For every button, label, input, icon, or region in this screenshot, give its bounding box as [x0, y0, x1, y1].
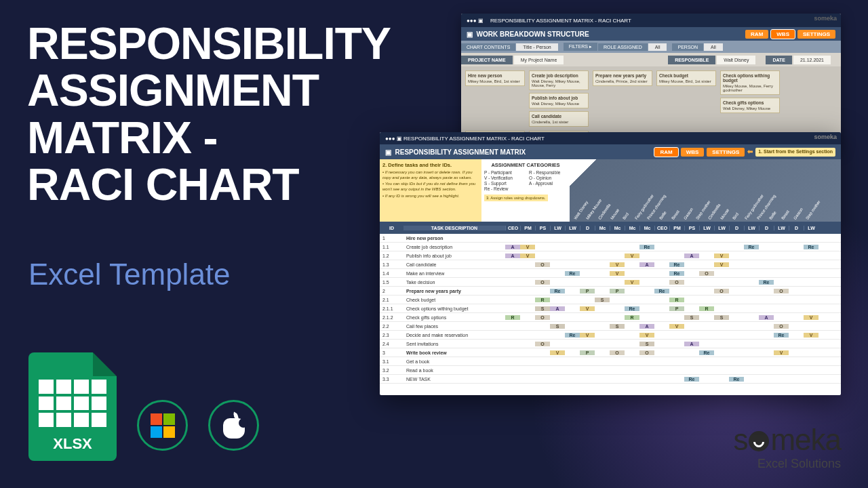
wbs-card[interactable]: Hire new personMikey Mouse, Bird, 1st si…	[465, 70, 525, 86]
diagonal-header: Walt DisneyMikey MouseCinderellaMouseBir…	[570, 159, 841, 222]
table-row[interactable]: 2Prepare new years partyRePPReOO	[380, 287, 841, 296]
table-row[interactable]: 1.1Create job descriptionAVReReRe	[380, 243, 841, 251]
filter-row: CHART CONTENTSTitle - Person FILTERS ▸ R…	[461, 41, 841, 53]
ram-header-row: ID TASK DESCRIPTION CEOPMPSLWLWDMcMcMcMc…	[380, 222, 841, 234]
table-row[interactable]: 1.4Make an interviewReVReO	[380, 269, 841, 278]
table-row[interactable]: 1.5Take decisionOVORe	[380, 278, 841, 287]
ram-screenshot: ●●● ▣ RESPONSIBILITY ASSIGNMENT MATRIX -…	[380, 132, 841, 395]
contents-dropdown[interactable]: Title - Person	[516, 43, 557, 51]
person-dropdown[interactable]: All	[704, 43, 723, 51]
wbs-card[interactable]: Publish info about jobWalt Disney, Mikey…	[529, 93, 589, 108]
wbs-card[interactable]: Prepare new years partyCinderella, Princ…	[593, 70, 652, 86]
role-dropdown[interactable]: All	[648, 43, 667, 51]
xlsx-file-icon: XLSX	[28, 352, 117, 461]
subtitle: Excel Template	[28, 258, 231, 291]
wbs-button[interactable]: WBS	[681, 148, 705, 157]
table-row[interactable]: 1Hire new person	[380, 234, 841, 243]
table-row[interactable]: 2.2Call few placesSSAVO	[380, 322, 841, 331]
table-row[interactable]: 1.2Publish info about jobAVVAV	[380, 251, 841, 260]
windows-icon	[137, 400, 188, 451]
settings-button[interactable]: SETTINGS	[707, 148, 745, 157]
wbs-card[interactable]: Check budgetMikey Mouse, Bird, 1st siste…	[656, 70, 716, 86]
apple-icon	[208, 400, 259, 451]
table-row[interactable]: 2.1.1Check options withing budgetSAVRePR	[380, 304, 841, 313]
table-row[interactable]: 3Write book reviewVPOOReV	[380, 348, 841, 357]
wbs-card[interactable]: Create job descriptionWalt Disney, Mikey…	[529, 70, 589, 90]
table-row[interactable]: 2.1Check budgetRSR	[380, 296, 841, 304]
wbs-card[interactable]: Check gifts optionsWalt Disney, Mikey Mo…	[720, 98, 780, 113]
ram-button[interactable]: RAM	[654, 148, 677, 157]
brand-logo: smeka Excel Solutions	[733, 423, 841, 471]
table-row[interactable]: 3.2Read a book	[380, 366, 841, 375]
wbs-card[interactable]: Check options withing budgetMikey Mouse,…	[720, 70, 780, 95]
wbs-button[interactable]: WBS	[771, 30, 795, 39]
ram-button[interactable]: RAM	[745, 30, 768, 39]
table-row[interactable]: 1.3Call candidateOVAReV	[380, 260, 841, 269]
table-row[interactable]: 3.3NEW TASKReRe	[380, 375, 841, 384]
wbs-screenshot: ●●● ▣ RESPONSIBILITY ASSIGNMENT MATRIX -…	[461, 14, 841, 149]
settings-button[interactable]: SETTINGS	[797, 30, 835, 39]
tips-panel: 2. Define tasks and their IDs. • If nece…	[380, 159, 481, 222]
table-row[interactable]: 2.3Decide and make reservationReVVReV	[380, 331, 841, 340]
wbs-card[interactable]: Call candidateCinderella, 1st sister	[529, 111, 589, 127]
legend-panel: ASSIGNMENT CATEGORIES P - ParticipantR -…	[481, 159, 570, 222]
main-title: RESPONSIBILITY ASSIGNMENT MATRIX - RACI …	[27, 20, 391, 208]
table-row[interactable]: 2.1.2Check gifts optionsRORSSAV	[380, 313, 841, 322]
table-row[interactable]: 3.1Get a book	[380, 357, 841, 366]
table-row[interactable]: 2.4Sent invitationsOSA	[380, 340, 841, 348]
